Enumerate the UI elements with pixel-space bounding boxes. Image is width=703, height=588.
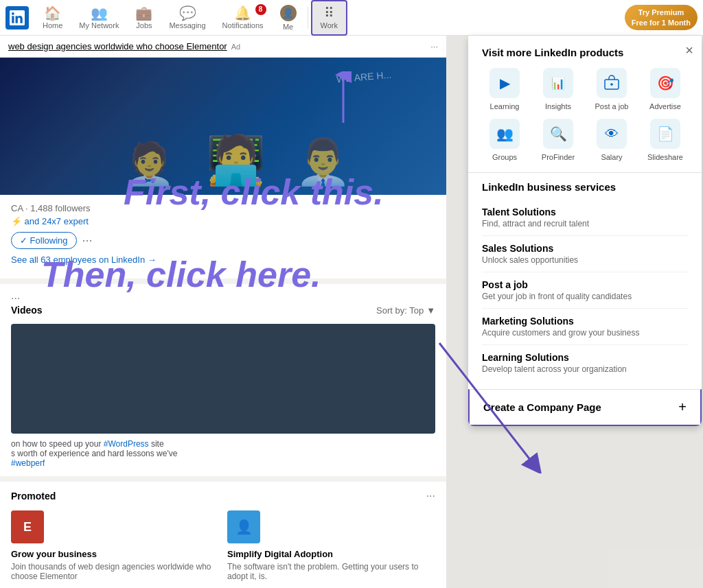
messaging-icon: 💬	[179, 6, 196, 20]
panel-close-button[interactable]: ×	[685, 43, 693, 58]
top-navigation: 🏠 Home 👥 My Network 💼 Jobs 💬 Messaging 🔔…	[0, 0, 703, 36]
jobs-icon: 💼	[135, 6, 152, 20]
promo-logo-1: E	[11, 510, 44, 543]
sales-solutions-desc: Unlock sales opportunities	[482, 255, 688, 265]
network-icon: 👥	[91, 6, 108, 20]
profinder-icon: 🔍	[543, 119, 573, 149]
promo-card-2-title: Simplify Digital Adoption	[227, 549, 435, 559]
promo-logo-2: 👤	[227, 510, 260, 543]
biz-learning-solutions[interactable]: Learning Solutions Develop talent across…	[482, 345, 688, 381]
video-dots[interactable]: ···	[11, 292, 20, 305]
nav-work-label: Work	[321, 21, 338, 30]
products-section-title: Visit more LinkedIn products	[482, 47, 688, 58]
product-learning-label: Learning	[490, 102, 520, 110]
product-slideshare[interactable]: 📄 Slideshare	[643, 119, 688, 161]
promo-card-1-title: Grow your business	[11, 549, 219, 559]
notification-badge: 8	[255, 4, 266, 15]
ad-label: Ad	[231, 43, 240, 51]
create-company-plus-icon: +	[678, 399, 687, 415]
nav-notifications-label: Notifications	[222, 21, 264, 30]
premium-button[interactable]: Try Premium Free for 1 Month	[625, 5, 698, 30]
product-insights[interactable]: 📊 Insights	[535, 68, 581, 110]
ad-banner: web design agencies worldwide who choose…	[0, 36, 446, 58]
biz-post-a-job[interactable]: Post a job Get your job in front of qual…	[482, 272, 688, 309]
hero-image: 🧑‍💼 🧑‍💻 👨‍💼 WE ARE H...	[0, 58, 446, 195]
nav-messaging[interactable]: 💬 Messaging	[161, 0, 214, 36]
slideshare-icon: 📄	[650, 119, 680, 149]
nav-work[interactable]: ⠿ Work	[311, 0, 347, 36]
biz-marketing-solutions[interactable]: Marketing Solutions Acquire customers an…	[482, 309, 688, 345]
premium-line2: Free for 1 Month	[632, 18, 691, 27]
products-grid: ▶ Learning 📊 Insights Post a job 🎯 Adver…	[482, 68, 688, 161]
product-profinder-label: ProFinder	[542, 153, 575, 161]
biz-sales-solutions[interactable]: Sales Solutions Unlock sales opportuniti…	[482, 236, 688, 272]
videos-header: Videos Sort by: Top ▼	[11, 305, 435, 316]
product-advertise-label: Advertise	[649, 102, 681, 110]
product-salary-label: Salary	[601, 153, 622, 161]
nav-me-label: Me	[283, 23, 293, 31]
biz-talent-solutions[interactable]: Talent Solutions Find, attract and recru…	[482, 200, 688, 236]
work-dropdown-panel: × Visit more LinkedIn products ▶ Learnin…	[468, 36, 702, 426]
arrow-up	[330, 71, 357, 129]
video-placeholder	[11, 324, 435, 434]
promo-card-1: E Grow your business Join thousands of w…	[11, 510, 219, 588]
company-desc: ⚡ and 24x7 expert	[11, 216, 435, 226]
nav-me[interactable]: 👤 Me	[272, 0, 305, 36]
nav-messaging-label: Messaging	[169, 21, 205, 30]
promoted-section: Promoted ··· E Grow your business Join t…	[0, 482, 446, 588]
promoted-dots[interactable]: ···	[426, 490, 435, 502]
notifications-icon: 🔔	[234, 6, 251, 20]
promoted-cards: E Grow your business Join thousands of w…	[11, 510, 435, 588]
business-section: LinkedIn business services Talent Soluti…	[468, 173, 702, 389]
product-groups-label: Groups	[492, 153, 517, 161]
post-job-name: Post a job	[482, 279, 688, 290]
product-learning[interactable]: ▶ Learning	[482, 68, 527, 110]
talent-solutions-desc: Find, attract and recruit talent	[482, 219, 688, 228]
learning-solutions-desc: Develop talent across your organization	[482, 364, 688, 374]
video-description: on how to speed up your #WordPress site …	[11, 439, 435, 468]
create-company-section[interactable]: Create a Company Page +	[468, 389, 702, 426]
products-section: Visit more LinkedIn products ▶ Learning …	[468, 36, 702, 173]
product-profinder[interactable]: 🔍 ProFinder	[535, 119, 581, 161]
ad-text[interactable]: web design agencies worldwide who choose…	[8, 41, 227, 51]
premium-line1: Try Premium	[632, 8, 691, 17]
sort-by[interactable]: Sort by: Top ▼	[376, 305, 435, 316]
promoted-header: Promoted ···	[11, 490, 435, 502]
videos-section: ··· Videos Sort by: Top ▼ on how to spee…	[0, 284, 446, 476]
promoted-label: Promoted	[11, 491, 426, 502]
post-job-icon	[597, 68, 627, 98]
learning-solutions-name: Learning Solutions	[482, 352, 688, 363]
videos-tab[interactable]: Videos	[11, 305, 43, 316]
create-company-label: Create a Company Page	[483, 401, 601, 413]
promo-card-2-desc: The software isn't the problem. Getting …	[227, 562, 435, 581]
nav-jobs[interactable]: 💼 Jobs	[127, 0, 161, 36]
sales-solutions-name: Sales Solutions	[482, 243, 688, 254]
groups-icon: 👥	[489, 119, 520, 149]
product-post-job[interactable]: Post a job	[589, 68, 634, 110]
linkedin-logo[interactable]	[5, 6, 29, 30]
product-salary[interactable]: 👁 Salary	[589, 119, 634, 161]
home-icon: 🏠	[44, 6, 61, 20]
product-insights-label: Insights	[545, 102, 571, 110]
talent-solutions-name: Talent Solutions	[482, 207, 688, 217]
product-groups[interactable]: 👥 Groups	[482, 119, 527, 161]
marketing-solutions-desc: Acquire customers and grow your business	[482, 328, 688, 338]
nav-notifications[interactable]: 🔔 Notifications 8	[214, 0, 272, 36]
company-section: CA · 1,488 followers ⚡ and 24x7 expert ✓…	[0, 195, 446, 279]
following-row: ✓ Following ···	[11, 232, 435, 249]
ad-dots[interactable]: ···	[430, 41, 438, 51]
nav-my-network[interactable]: 👥 My Network	[71, 0, 127, 36]
post-job-desc: Get your job in front of quality candida…	[482, 292, 688, 301]
business-section-title: LinkedIn business services	[482, 181, 688, 193]
see-all-employees-link[interactable]: See all 63 employees on LinkedIn →	[11, 255, 435, 265]
nav-network-label: My Network	[79, 21, 119, 30]
product-slideshare-label: Slideshare	[647, 153, 683, 161]
learning-icon: ▶	[489, 68, 520, 98]
following-button[interactable]: ✓ Following	[11, 232, 77, 249]
promo-card-2: 👤 Simplify Digital Adoption The software…	[227, 510, 435, 588]
nav-home[interactable]: 🏠 Home	[34, 0, 71, 36]
feed-area: web design agencies worldwide who choose…	[0, 36, 446, 588]
promo-card-1-desc: Join thousands of web design agencies wo…	[11, 562, 219, 581]
company-dots[interactable]: ···	[82, 233, 93, 248]
product-advertise[interactable]: 🎯 Advertise	[643, 68, 688, 110]
